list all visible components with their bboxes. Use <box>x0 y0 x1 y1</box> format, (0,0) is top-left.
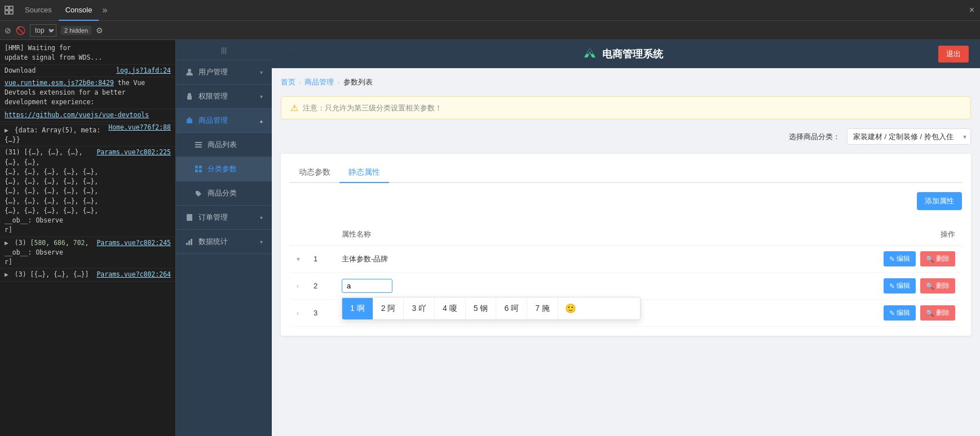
autocomplete-item-4[interactable]: 4 嗄 <box>435 298 466 319</box>
params3-link[interactable]: Params.vue?c802:264 <box>96 270 171 278</box>
edit-icon: ✎ <box>889 255 895 263</box>
col-expand <box>290 224 307 246</box>
edit-label: 编辑 <box>897 308 910 318</box>
add-attr-button[interactable]: 添加属性 <box>917 192 962 210</box>
devtools-close-button[interactable]: × <box>964 5 980 15</box>
autocomplete-item-1[interactable]: 1 啊 <box>342 298 373 319</box>
emoji-icon[interactable]: 🙂 <box>558 297 583 319</box>
row-chevron-cell[interactable]: ▾ <box>290 246 307 273</box>
svg-rect-7 <box>195 142 202 143</box>
delete-button[interactable]: 🔍 删除 <box>920 305 955 321</box>
edit-button[interactable]: ✎ 编辑 <box>884 251 916 266</box>
row-ops-cell: ✎ 编辑 🔍 删除 <box>872 300 962 327</box>
edit-button[interactable]: ✎ 编辑 <box>884 278 916 293</box>
delete-label: 删除 <box>936 308 950 318</box>
sidebar-collapse-bar[interactable]: ||| <box>176 40 272 60</box>
category-select[interactable]: 家装建材 / 定制装修 / 拎包入住 <box>847 128 971 145</box>
settings-gear-icon[interactable]: ⚙ <box>96 26 103 35</box>
sidebar-item-goods-list[interactable]: 商品列表 <box>176 133 272 157</box>
sidebar-item-label: 商品列表 <box>208 140 237 150</box>
scope-selector-wrapper[interactable]: top <box>30 24 56 37</box>
sidebar-item-goods-mgmt[interactable]: 商品管理 ▴ <box>176 109 272 133</box>
row-num-cell: 2 <box>307 273 335 300</box>
breadcrumb-sep2: › <box>337 78 339 87</box>
github-link[interactable]: https://github.com/vuejs/vue-devtools <box>5 111 149 119</box>
delete-button[interactable]: 🔍 删除 <box>920 278 955 293</box>
app-logo: 电商管理系统 <box>582 46 663 62</box>
log-link[interactable]: log.js?1afd:24 <box>116 66 171 74</box>
chevron-down-icon: ▾ <box>260 215 263 221</box>
console-line-vue: vue.runtime.esm.js?2b0e:8429 the Vue Dev… <box>0 77 175 109</box>
sidebar-item-data-stats[interactable]: 数据统计 ▾ <box>176 230 272 254</box>
autocomplete-item-6[interactable]: 6 呵 <box>496 298 527 319</box>
params2-link[interactable]: Params.vue?c802:245 <box>96 239 171 247</box>
hidden-count-badge: 2 hidden <box>61 26 91 35</box>
table-row: › 2 1 啊 2 阿 3 吖 4 嗄 <box>290 273 962 300</box>
sidebar-item-permission-mgmt[interactable]: 权限管理 ▾ <box>176 84 272 109</box>
delete-button[interactable]: 🔍 删除 <box>920 251 955 266</box>
chevron-right-icon[interactable]: › <box>297 282 299 290</box>
no-entry-icon: ⊘ <box>5 26 11 35</box>
sidebar-item-user-mgmt[interactable]: 用户管理 ▾ <box>176 60 272 84</box>
params1-link[interactable]: Params.vue?c802:225 <box>96 148 171 156</box>
params-table: 属性名称 操作 ▾ 1 主体参数-品牌 ✎ <box>290 224 962 327</box>
chevron-right-icon[interactable]: › <box>297 309 299 317</box>
category-select-wrapper[interactable]: 家装建材 / 定制装修 / 拎包入住 <box>847 128 971 145</box>
sidebar-item-category-params[interactable]: 分类参数 <box>176 157 272 181</box>
devtools-topbar: Sources Console » × <box>0 0 980 21</box>
header-placeholder: Header <box>283 50 307 59</box>
edit-label: 编辑 <box>897 254 910 264</box>
exit-button[interactable]: 退出 <box>938 46 969 63</box>
breadcrumb-current: 参数列表 <box>343 77 373 87</box>
tab-console[interactable]: Console <box>59 0 99 21</box>
tab-static[interactable]: 静态属性 <box>339 163 389 183</box>
svg-rect-19 <box>188 241 190 245</box>
clear-icon[interactable]: 🚫 <box>16 26 25 35</box>
chevron-down-icon: ▾ <box>260 69 263 75</box>
delete-label: 删除 <box>936 254 950 264</box>
breadcrumb-goods[interactable]: 商品管理 <box>304 77 334 87</box>
search-icon: 🔍 <box>926 309 934 317</box>
warning-banner: ⚠ 注意：只允许为第三级分类设置相关参数！ <box>281 96 971 119</box>
chart-icon <box>185 237 194 246</box>
autocomplete-item-3[interactable]: 3 吖 <box>404 298 435 319</box>
autocomplete-item-5[interactable]: 5 钢 <box>466 298 497 319</box>
chevron-down-icon[interactable]: ▾ <box>297 255 300 263</box>
row-name-cell: 主体参数-品牌 <box>335 246 872 273</box>
sidebar-item-order-mgmt[interactable]: 订单管理 ▾ <box>176 206 272 230</box>
sidebar-item-goods-category[interactable]: 商品分类 <box>176 181 272 206</box>
app-header: Header 电商管理系统 退出 <box>272 40 980 68</box>
edit-icon: ✎ <box>889 282 895 290</box>
breadcrumb: 首页 › 商品管理 › 参数列表 <box>281 77 971 87</box>
console-line-hmr: [HMR] Waiting for update signal from WDS… <box>0 42 175 65</box>
svg-rect-16 <box>188 217 191 217</box>
breadcrumb-sep1: › <box>299 78 301 87</box>
sidebar-item-label: 订单管理 <box>198 212 228 223</box>
grid-icon <box>194 164 203 173</box>
row-ops-cell: ✎ 编辑 🔍 删除 <box>872 246 962 273</box>
tab-dynamic[interactable]: 动态参数 <box>290 163 339 183</box>
row-chevron-cell[interactable]: › <box>290 300 307 327</box>
scope-select[interactable]: top <box>30 24 56 37</box>
tab-more[interactable]: » <box>99 5 111 15</box>
svg-rect-6 <box>187 119 192 123</box>
edit-button[interactable]: ✎ 编辑 <box>884 305 916 321</box>
row-edit-cell: 1 啊 2 阿 3 吖 4 嗄 5 钢 6 呵 7 腌 🙂 <box>335 273 872 300</box>
tab-sources[interactable]: Sources <box>18 0 59 21</box>
autocomplete-dropdown: 1 啊 2 阿 3 吖 4 嗄 5 钢 6 呵 7 腌 🙂 <box>342 297 641 320</box>
inline-text-input[interactable] <box>342 279 392 293</box>
box-icon <box>185 116 194 125</box>
chevron-down-icon: ▾ <box>260 94 263 100</box>
svg-rect-1 <box>10 6 13 10</box>
vue-runtime-link[interactable]: vue.runtime.esm.js?2b0e:8429 <box>5 79 114 87</box>
autocomplete-item-2[interactable]: 2 阿 <box>373 298 404 319</box>
breadcrumb-home[interactable]: 首页 <box>281 77 295 87</box>
category-label: 选择商品分类： <box>789 132 840 142</box>
home-link[interactable]: Home.vue?76f2:88 <box>108 123 171 131</box>
col-ops: 操作 <box>872 224 962 246</box>
row-chevron-cell[interactable]: › <box>290 273 307 300</box>
devtools-secondary-bar: ⊘ 🚫 top 2 hidden ⚙ <box>0 21 980 40</box>
console-line-params2: Params.vue?c802:245 ▶ (3) [580, 686, 702… <box>0 237 175 269</box>
list-icon <box>194 140 203 149</box>
autocomplete-item-7[interactable]: 7 腌 <box>527 298 558 319</box>
